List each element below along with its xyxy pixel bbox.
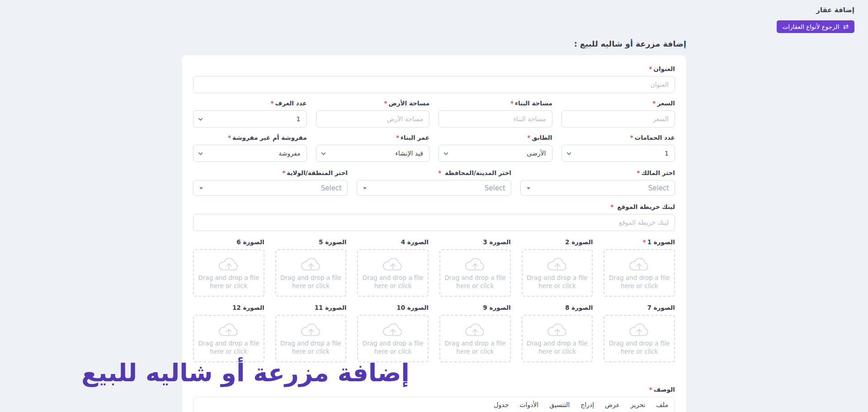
- bathrooms-select[interactable]: 1: [561, 145, 675, 162]
- top-bar: إضافة عقار ⇄ الرجوع لأنواع العقارات: [0, 0, 868, 33]
- land-area-field-group: مساحة الأرض*: [316, 99, 430, 128]
- bathrooms-label: عدد الحمامات*: [561, 134, 675, 141]
- editor-menu-file[interactable]: ملف: [656, 401, 668, 408]
- editor-menu-edit[interactable]: تحرير: [631, 401, 645, 408]
- caret-down-icon: [527, 187, 530, 189]
- rooms-field-group: عدد الغرف* 1: [193, 99, 307, 128]
- photo-9-upload-dropzone[interactable]: Drag and drop a file here or click: [439, 315, 511, 362]
- drop-text: Drag and drop a file here or click: [198, 339, 259, 355]
- photo-10-group: الصورة 10 Drag and drop a file here or c…: [357, 304, 429, 362]
- building-area-label: مساحة البناء*: [439, 99, 552, 107]
- photo-5-upload-dropzone[interactable]: Drag and drop a file here or click: [275, 249, 347, 297]
- drop-text: Drag and drop a file here or click: [280, 274, 341, 290]
- drop-text: Drag and drop a file here or click: [609, 339, 670, 355]
- chevron-down-icon: [566, 151, 572, 156]
- owner-select[interactable]: Select: [520, 180, 675, 196]
- region-label: اختر المنطقة/الولاية*: [193, 169, 348, 176]
- price-field-group: السعر*: [561, 99, 675, 128]
- cloud-upload-icon: [217, 256, 240, 272]
- price-input[interactable]: [561, 110, 675, 128]
- land-area-input[interactable]: [316, 110, 430, 128]
- required-mark: *: [270, 99, 274, 107]
- photo-6-group: الصورة 6 Drag and drop a file here or cl…: [193, 238, 264, 297]
- region-field-group: اختر المنطقة/الولاية* Select: [193, 169, 348, 196]
- drop-text: Drag and drop a file here or click: [527, 274, 588, 290]
- photo-1-upload-dropzone[interactable]: Drag and drop a file here or click: [604, 249, 675, 297]
- required-mark: *: [228, 134, 231, 141]
- chevron-down-icon: [198, 151, 203, 156]
- editor-menu-tools[interactable]: الأدوات: [519, 401, 538, 408]
- rooms-label: عدد الغرف*: [193, 99, 307, 107]
- cloud-upload-icon: [464, 322, 486, 338]
- city-field-group: اختر المدينة/المحافظة * Select: [357, 169, 511, 196]
- required-mark: *: [282, 169, 285, 176]
- photo-11-upload-dropzone[interactable]: Drag and drop a file here or click: [275, 315, 347, 362]
- caret-down-icon: [199, 187, 203, 189]
- rooms-select[interactable]: 1: [193, 110, 307, 128]
- photo-3-group: الصورة 3 Drag and drop a file here or cl…: [439, 238, 511, 297]
- required-mark: *: [652, 99, 656, 107]
- required-mark: *: [510, 99, 514, 107]
- price-label: السعر*: [561, 99, 675, 107]
- building-age-label: عمر البناء*: [316, 134, 430, 141]
- editor-menubar: ملف تحرير عرض إدراج التنسيق الأدوات جدول: [193, 397, 675, 412]
- photo-2-upload-dropzone[interactable]: Drag and drop a file here or click: [522, 249, 593, 297]
- photo-10-upload-dropzone[interactable]: Drag and drop a file here or click: [357, 315, 429, 362]
- owner-field-group: اختر المالك* Select: [520, 169, 675, 196]
- drop-text: Drag and drop a file here or click: [444, 274, 505, 290]
- editor-menu-insert[interactable]: إدراج: [580, 401, 594, 408]
- rich-text-editor[interactable]: ملف تحرير عرض إدراج التنسيق الأدوات جدول: [193, 397, 675, 412]
- editor-menu-format[interactable]: التنسيق: [549, 401, 570, 408]
- photo-8-upload-dropzone[interactable]: Drag and drop a file here or click: [522, 315, 593, 362]
- photo-6-label: الصورة 6: [193, 238, 264, 246]
- owner-select-value: Select: [648, 184, 669, 192]
- building-area-field-group: مساحة البناء*: [439, 99, 552, 128]
- building-area-input[interactable]: [439, 110, 552, 128]
- cloud-upload-icon: [382, 322, 404, 338]
- drop-text: Drag and drop a file here or click: [280, 339, 341, 355]
- row-bath-floor-age-furnished: عدد الحمامات* 1 الطابق* الأرضى عمر البنا…: [193, 134, 675, 162]
- required-mark: *: [438, 169, 441, 176]
- title-label: العنوان*: [193, 65, 675, 72]
- region-select[interactable]: Select: [193, 180, 348, 196]
- editor-menu-view[interactable]: عرض: [605, 401, 620, 408]
- editor-menu-table[interactable]: جدول: [494, 401, 509, 408]
- uploads-row-1: الصورة 1* Drag and drop a file here or c…: [193, 238, 675, 297]
- section-heading: إضافة مزرعة أو شاليه للبيع :: [182, 39, 686, 48]
- cloud-upload-icon: [382, 256, 404, 272]
- required-mark: *: [610, 203, 613, 210]
- photo-4-upload-dropzone[interactable]: Drag and drop a file here or click: [357, 249, 429, 297]
- photo-12-upload-dropzone[interactable]: Drag and drop a file here or click: [193, 315, 264, 362]
- building-age-select[interactable]: قيد الإنشاء: [316, 145, 430, 162]
- furnished-select[interactable]: مفروشة: [193, 145, 307, 162]
- back-to-property-types-button[interactable]: ⇄ الرجوع لأنواع العقارات: [777, 20, 854, 33]
- required-mark: *: [637, 169, 640, 176]
- required-mark: *: [527, 134, 530, 141]
- photo-12-label: الصورة 12: [193, 304, 264, 311]
- photo-8-label: الصورة 8: [522, 304, 593, 311]
- floor-select[interactable]: الأرضى: [439, 145, 552, 162]
- uploads-row-2: الصورة 7 Drag and drop a file here or cl…: [193, 304, 675, 362]
- photo-9-label: الصورة 9: [439, 304, 511, 311]
- cloud-upload-icon: [300, 256, 322, 272]
- map-link-field-group: لينك خريطة الموقع *: [193, 203, 675, 231]
- furnished-field-group: مفروشة أم غير مفروشة* مفروشة: [193, 134, 307, 162]
- required-mark: *: [643, 238, 646, 246]
- photo-11-group: الصورة 11 Drag and drop a file here or c…: [275, 304, 347, 362]
- chevron-down-icon: [321, 151, 326, 156]
- back-button-label: الرجوع لأنواع العقارات: [783, 23, 840, 30]
- photo-7-group: الصورة 7 Drag and drop a file here or cl…: [604, 304, 675, 362]
- building-age-field-group: عمر البناء* قيد الإنشاء: [316, 134, 430, 162]
- photo-4-group: الصورة 4 Drag and drop a file here or cl…: [357, 238, 429, 297]
- cloud-upload-icon: [464, 256, 486, 272]
- photo-6-upload-dropzone[interactable]: Drag and drop a file here or click: [193, 249, 264, 297]
- photo-7-upload-dropzone[interactable]: Drag and drop a file here or click: [604, 315, 675, 362]
- photo-3-upload-dropzone[interactable]: Drag and drop a file here or click: [439, 249, 511, 297]
- row-owner-city-region: اختر المالك* Select اختر المدينة/المحافظ…: [193, 169, 675, 196]
- photo-12-group: الصورة 12 Drag and drop a file here or c…: [193, 304, 264, 362]
- city-label: اختر المدينة/المحافظة *: [357, 169, 511, 176]
- drop-text: Drag and drop a file here or click: [363, 339, 424, 355]
- city-select[interactable]: Select: [357, 180, 511, 196]
- map-link-input[interactable]: [193, 214, 675, 231]
- title-input[interactable]: [193, 76, 675, 93]
